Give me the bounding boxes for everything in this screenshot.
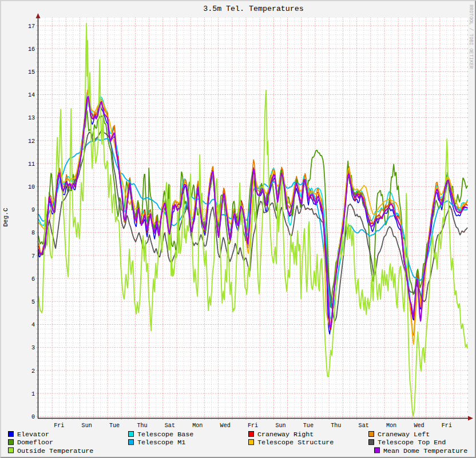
svg-text:8: 8 — [31, 230, 35, 236]
svg-text:Sun: Sun — [82, 423, 92, 429]
svg-text:16: 16 — [28, 46, 35, 53]
svg-text:Outside Temperature: Outside Temperature — [17, 447, 93, 455]
svg-text:17: 17 — [28, 23, 35, 30]
svg-text:Sat: Sat — [165, 423, 175, 429]
svg-text:14: 14 — [28, 92, 35, 98]
svg-text:Fri: Fri — [54, 423, 64, 429]
svg-text:Thu: Thu — [137, 423, 147, 429]
svg-text:Deg.C: Deg.C — [2, 208, 9, 226]
svg-text:Sat: Sat — [359, 423, 369, 429]
svg-text:RRDTOOL / TOBI OETIKER: RRDTOOL / TOBI OETIKER — [468, 5, 474, 69]
svg-text:Telescope M1: Telescope M1 — [137, 439, 185, 447]
svg-text:Fri: Fri — [442, 423, 452, 429]
svg-text:Tue: Tue — [303, 423, 314, 429]
svg-text:Elevator: Elevator — [17, 431, 49, 439]
svg-text:Craneway Left: Craneway Left — [378, 431, 430, 439]
svg-text:Telescope Top End: Telescope Top End — [378, 439, 446, 447]
svg-text:4: 4 — [31, 322, 35, 328]
svg-text:Telescope Base: Telescope Base — [137, 431, 193, 439]
svg-text:6: 6 — [31, 276, 35, 282]
svg-text:10: 10 — [28, 184, 35, 190]
svg-text:Mon: Mon — [386, 423, 396, 429]
svg-text:Domefloor: Domefloor — [17, 439, 53, 447]
svg-text:3: 3 — [31, 345, 35, 351]
svg-text:Thu: Thu — [331, 423, 341, 429]
svg-text:Sun: Sun — [275, 423, 285, 429]
svg-text:Craneway Right: Craneway Right — [257, 431, 314, 439]
svg-text:Mean Dome Temperature: Mean Dome Temperature — [383, 447, 467, 455]
svg-text:Mon: Mon — [192, 423, 203, 429]
svg-text:Tue: Tue — [109, 423, 120, 429]
svg-text:0: 0 — [31, 414, 35, 420]
svg-text:12: 12 — [28, 138, 35, 145]
svg-text:2: 2 — [31, 368, 35, 375]
svg-text:5: 5 — [31, 299, 35, 305]
svg-text:Fri: Fri — [248, 423, 258, 429]
svg-text:3.5m Tel. Temperatures: 3.5m Tel. Temperatures — [203, 5, 304, 13]
svg-text:13: 13 — [28, 115, 35, 121]
svg-text:Wed: Wed — [414, 423, 424, 429]
svg-text:15: 15 — [28, 69, 35, 75]
svg-text:Telescope Structure: Telescope Structure — [257, 439, 334, 447]
svg-text:11: 11 — [28, 161, 35, 168]
svg-text:7: 7 — [31, 253, 35, 260]
svg-text:Wed: Wed — [220, 423, 231, 429]
svg-text:1: 1 — [31, 391, 35, 397]
svg-text:9: 9 — [31, 207, 35, 213]
